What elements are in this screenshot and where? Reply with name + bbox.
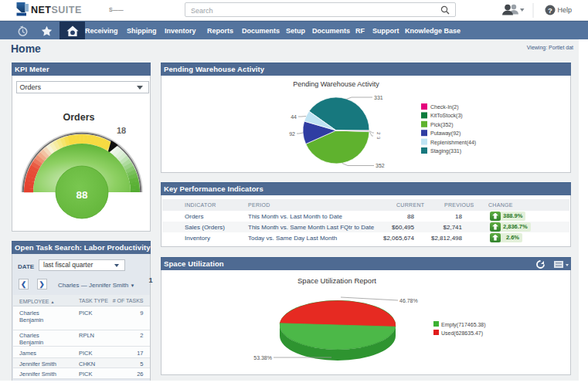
svg-text:Putaway(92): Putaway(92) — [430, 130, 461, 137]
svg-text:44: 44 — [291, 114, 297, 120]
svg-text:Pick(352): Pick(352) — [430, 122, 454, 128]
svg-text:Pending Warehouse Activity: Pending Warehouse Activity — [293, 80, 379, 88]
svg-text:53.38%: 53.38% — [253, 355, 272, 361]
svg-text:18: 18 — [117, 126, 126, 135]
svg-text:Used(628635.47): Used(628635.47) — [441, 330, 483, 337]
svg-text:46.78%: 46.78% — [399, 298, 418, 303]
svg-text:352: 352 — [376, 163, 385, 168]
svg-text:?: ? — [548, 6, 552, 15]
svg-text:Empty(717465.38): Empty(717465.38) — [441, 322, 486, 328]
svg-text:92: 92 — [289, 131, 295, 137]
svg-text:Orders: Orders — [63, 112, 95, 123]
svg-text:Space Utilization Report: Space Utilization Report — [297, 276, 376, 285]
svg-text:88: 88 — [76, 189, 88, 201]
svg-text:KitToStock(3): KitToStock(3) — [430, 113, 463, 119]
svg-text:Replenishment(44): Replenishment(44) — [430, 140, 476, 146]
svg-text:Staging(331): Staging(331) — [430, 148, 461, 154]
svg-text:Check-In(2): Check-In(2) — [430, 104, 459, 110]
svg-text:331: 331 — [374, 95, 383, 100]
svg-text:2: 2 — [376, 132, 381, 135]
svg-text:3: 3 — [376, 137, 381, 140]
svg-text:Help: Help — [558, 6, 573, 14]
